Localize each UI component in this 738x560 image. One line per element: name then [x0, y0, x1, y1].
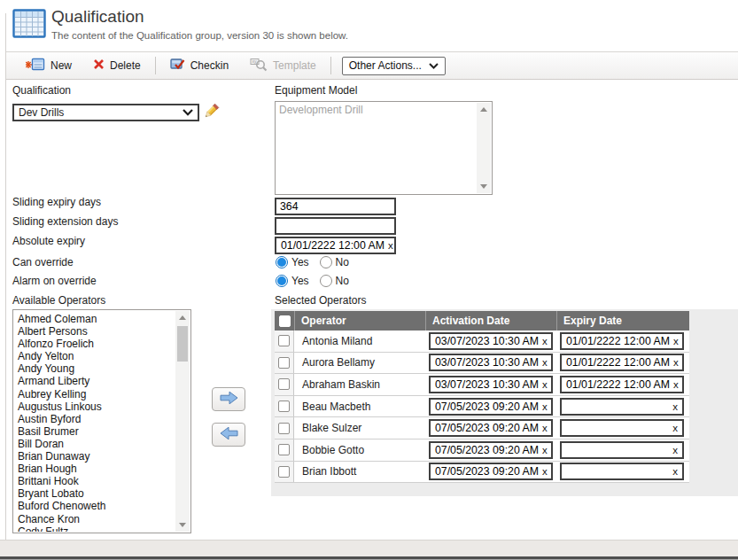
clear-date-icon[interactable]: x	[539, 466, 548, 477]
operator-name: Aurora Bellamy	[294, 356, 425, 369]
clear-date-icon[interactable]: x	[539, 336, 548, 346]
list-item[interactable]: Bryant Lobato	[14, 487, 175, 500]
clear-date-icon[interactable]: x	[669, 401, 678, 412]
available-operators-label: Available Operators	[12, 294, 105, 307]
list-item[interactable]: Albert Persons	[14, 325, 175, 338]
sliding-extension-days-input[interactable]	[275, 217, 396, 235]
scroll-down-icon[interactable]	[477, 180, 491, 193]
row-checkbox[interactable]	[278, 357, 290, 369]
expiry-date-input[interactable]: 01/01/2222 12:00 AMx	[560, 332, 684, 350]
list-item[interactable]: Andy Young	[14, 362, 175, 375]
expiry-date-input[interactable]: x	[560, 463, 684, 480]
absolute-expiry-label: Absolute expiry	[12, 235, 85, 247]
move-right-button[interactable]	[212, 387, 245, 411]
clear-date-icon[interactable]: x	[670, 336, 679, 346]
can-override-no-radio[interactable]	[320, 256, 332, 268]
activation-date-input[interactable]: 07/05/2023 09:20 AMx	[429, 419, 553, 437]
list-item[interactable]: Ahmed Coleman	[14, 313, 175, 325]
chevron-down-icon	[429, 59, 439, 72]
row-select-cell	[275, 462, 294, 483]
list-item[interactable]: Armand Liberty	[14, 375, 175, 387]
activation-date-cell: 03/07/2023 10:30 AMx	[425, 332, 556, 350]
list-item[interactable]: Augustus Linkous	[14, 401, 175, 413]
template-button-label: Template	[273, 59, 316, 72]
scrollbar-thumb[interactable]	[177, 326, 188, 362]
clear-date-icon[interactable]: x	[539, 379, 548, 390]
row-checkbox[interactable]	[278, 378, 290, 390]
expiry-date-input[interactable]: 01/01/2222 12:00 AMx	[560, 376, 684, 393]
clear-date-icon[interactable]: x	[385, 240, 393, 251]
list-item[interactable]: Basil Brumer	[14, 425, 175, 438]
list-item[interactable]: Chance Kron	[14, 513, 175, 525]
list-item[interactable]: Alfonzo Froelich	[14, 338, 175, 350]
row-checkbox[interactable]	[278, 444, 290, 455]
checkin-button[interactable]: Checkin	[159, 55, 239, 76]
available-operators-listbox[interactable]: Ahmed ColemanAlbert PersonsAlfonzo Froel…	[12, 309, 191, 533]
move-left-button[interactable]	[212, 423, 245, 447]
scroll-up-icon[interactable]	[477, 103, 491, 116]
clear-date-icon[interactable]: x	[669, 466, 678, 477]
clear-date-icon[interactable]: x	[539, 423, 548, 433]
row-checkbox[interactable]	[278, 423, 290, 434]
activation-date-input[interactable]: 07/05/2023 09:20 AMx	[429, 463, 553, 480]
expiry-date-input[interactable]: x	[560, 441, 684, 459]
expiry-date-input-value: 01/01/2222 12:00 AM	[566, 378, 670, 391]
alarm-on-override-no-radio[interactable]	[320, 275, 332, 287]
list-item[interactable]: Brian Hough	[14, 463, 175, 475]
new-button[interactable]: New	[15, 55, 82, 76]
can-override-yes-radio[interactable]	[276, 256, 288, 268]
clear-date-icon[interactable]: x	[669, 445, 678, 455]
available-operators-scrollbar[interactable]	[175, 311, 190, 532]
activation-date-input[interactable]: 03/07/2023 10:30 AMx	[429, 376, 553, 393]
expiry-date-input[interactable]: 01/01/2222 12:00 AMx	[560, 354, 684, 371]
list-item[interactable]: Brittani Hook	[14, 475, 175, 487]
list-item[interactable]: Buford Chenoweth	[14, 500, 175, 512]
qualification-select[interactable]: Dev Drills	[12, 104, 199, 121]
edit-qualification-button[interactable]	[202, 103, 220, 121]
can-override-radio-group: Yes No	[276, 256, 349, 268]
clear-date-icon[interactable]: x	[670, 379, 679, 390]
list-item[interactable]: Andy Yelton	[14, 350, 175, 362]
activation-date-input-value: 07/05/2023 09:20 AM	[435, 444, 539, 456]
row-checkbox[interactable]	[278, 466, 290, 478]
row-checkbox[interactable]	[278, 335, 290, 346]
row-checkbox[interactable]	[278, 401, 290, 412]
other-actions-label: Other Actions...	[349, 59, 422, 72]
expiry-date-input[interactable]: x	[560, 398, 684, 416]
clear-date-icon[interactable]: x	[669, 423, 678, 433]
list-item[interactable]: Austin Byford	[14, 413, 175, 425]
expiry-date-cell: x	[556, 419, 689, 437]
other-actions-dropdown[interactable]: Other Actions...	[342, 57, 446, 75]
clear-date-icon[interactable]: x	[539, 445, 548, 455]
list-item[interactable]: Bill Doran	[14, 438, 175, 450]
activation-date-input[interactable]: 03/07/2023 10:30 AMx	[429, 332, 553, 350]
absolute-expiry-input[interactable]: 01/01/2222 12:00 AM x	[275, 237, 396, 254]
activation-date-input[interactable]: 03/07/2023 10:30 AMx	[429, 354, 553, 371]
list-item[interactable]: Aubrey Kelling	[14, 388, 175, 401]
activation-date-input[interactable]: 07/05/2023 09:20 AMx	[429, 398, 553, 416]
template-button[interactable]: xy Template	[239, 55, 327, 76]
operator-name: Brian Ibbott	[294, 465, 425, 478]
expiry-date-input[interactable]: x	[560, 419, 684, 437]
scroll-down-icon[interactable]	[175, 518, 190, 532]
alarm-on-override-radio-group: Yes No	[276, 275, 349, 287]
activation-date-input-value: 03/07/2023 10:30 AM	[435, 356, 539, 369]
scroll-up-icon[interactable]	[175, 311, 190, 324]
list-item[interactable]: Cody Fultz	[14, 525, 175, 532]
activation-date-input[interactable]: 07/05/2023 09:20 AMx	[429, 441, 553, 459]
activation-date-input-value: 07/05/2023 09:20 AM	[435, 401, 539, 413]
equipment-model-scrollbar[interactable]	[477, 103, 491, 193]
delete-button[interactable]: Delete	[82, 55, 151, 76]
sliding-expiry-days-input[interactable]	[275, 198, 396, 215]
arrow-left-icon	[219, 426, 239, 444]
clear-date-icon[interactable]: x	[670, 357, 679, 368]
qualification-select-value: Dev Drills	[19, 106, 64, 119]
equipment-model-listbox[interactable]: Development Drill	[275, 101, 493, 195]
clear-date-icon[interactable]: x	[539, 357, 548, 368]
clear-date-icon[interactable]: x	[539, 401, 548, 412]
alarm-on-override-yes-radio[interactable]	[276, 275, 288, 287]
pencil-icon	[202, 108, 220, 123]
select-all-checkbox[interactable]	[279, 315, 291, 327]
selected-operators-label: Selected Operators	[275, 294, 366, 307]
list-item[interactable]: Brian Dunaway	[14, 450, 175, 463]
